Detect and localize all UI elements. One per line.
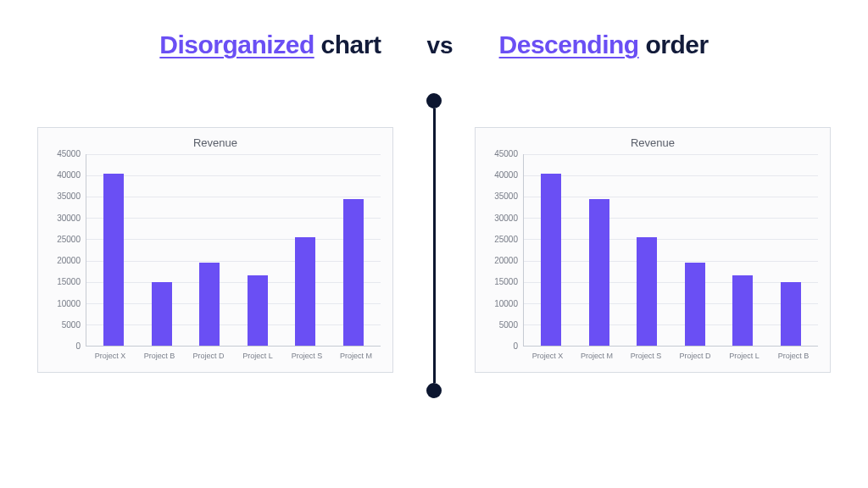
- bar: [248, 275, 268, 346]
- x-label: Project B: [769, 352, 818, 360]
- bar: [295, 237, 315, 346]
- heading-right-plain: order: [639, 30, 709, 58]
- chart-right-title: Revenue: [487, 136, 818, 149]
- chart-left-y-axis: 4500040000350003000025000200001500010000…: [50, 154, 86, 347]
- divider-dot-top: [426, 93, 442, 108]
- chart-left-x-axis: Project XProject BProject DProject LProj…: [50, 352, 381, 360]
- x-label: Project X: [523, 352, 572, 360]
- divider-dot-bottom: [426, 383, 442, 398]
- heading-left-accent: Disorganized: [159, 30, 314, 58]
- chart-left-bars-box: [86, 154, 381, 347]
- x-label: Project B: [135, 352, 184, 360]
- bar: [199, 263, 220, 346]
- x-label: Project M: [572, 352, 621, 360]
- bar: [732, 275, 753, 346]
- chart-right-bars-row: [524, 154, 818, 346]
- chart-left-title: Revenue: [50, 136, 381, 149]
- bar-slot: [719, 154, 767, 346]
- heading-row: Disorganized chart vs Descending order: [34, 30, 834, 59]
- bar-slot: [138, 154, 186, 346]
- bar: [103, 174, 124, 346]
- bar-slot: [186, 154, 234, 346]
- chart-left-bars-row: [86, 154, 381, 346]
- bar: [781, 282, 801, 346]
- x-label: Project S: [621, 352, 670, 360]
- bar-slot: [527, 154, 576, 346]
- x-label: Project D: [184, 352, 233, 360]
- bar: [589, 199, 609, 346]
- heading-right: Descending order: [499, 30, 709, 59]
- x-label: Project X: [86, 352, 135, 360]
- bar-slot: [330, 154, 378, 346]
- x-label: Project L: [720, 352, 769, 360]
- heading-left: Disorganized chart: [159, 30, 381, 59]
- chart-left: Revenue 45000400003500030000250002000015…: [37, 127, 393, 373]
- bar: [343, 199, 364, 346]
- bar-slot: [576, 154, 624, 346]
- chart-right-bars-box: [523, 154, 818, 347]
- bar-slot: [671, 154, 720, 346]
- bar-slot: [767, 154, 815, 346]
- x-label: Project M: [331, 352, 381, 360]
- bar-slot: [623, 154, 671, 346]
- bar: [541, 174, 561, 346]
- bar: [637, 237, 657, 346]
- x-label: Project D: [670, 352, 720, 360]
- heading-left-plain: chart: [314, 30, 381, 58]
- chart-right: Revenue 45000400003500030000250002000015…: [475, 127, 831, 373]
- heading-right-accent: Descending: [499, 30, 639, 58]
- charts-row: Revenue 45000400003500030000250002000015…: [0, 127, 868, 373]
- chart-right-plot: 4500040000350003000025000200001500010000…: [487, 154, 818, 347]
- chart-right-x-axis: Project XProject MProject SProject DProj…: [487, 352, 818, 360]
- bar-slot: [234, 154, 282, 346]
- bar-slot: [90, 154, 138, 346]
- bar-slot: [281, 154, 330, 346]
- chart-right-y-axis: 4500040000350003000025000200001500010000…: [487, 154, 523, 347]
- x-label: Project L: [233, 352, 282, 360]
- bar: [152, 282, 172, 346]
- heading-vs: vs: [426, 32, 453, 59]
- page: Disorganized chart vs Descending order R…: [0, 0, 868, 488]
- bar: [685, 263, 705, 346]
- x-label: Project S: [282, 352, 331, 360]
- chart-left-plot: 4500040000350003000025000200001500010000…: [50, 154, 381, 347]
